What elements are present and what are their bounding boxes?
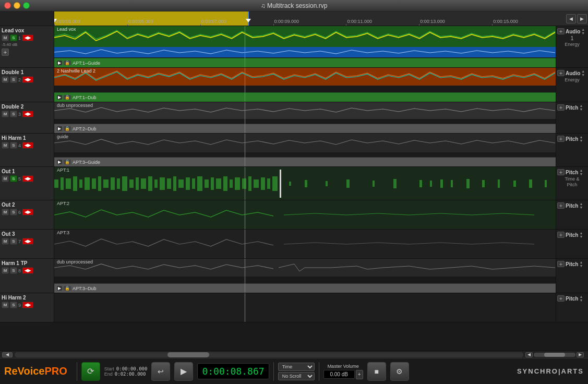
close-button[interactable] [4,2,11,9]
sub-clip-play-2[interactable]: ▶ [57,95,62,100]
solo-button-7[interactable]: S [10,238,17,245]
right-panel-plus-7[interactable]: + [557,232,565,238]
scroll-left-btn[interactable]: ◀ [2,352,13,357]
mute-button-6[interactable]: M [2,209,9,215]
solo-button-2[interactable]: S [10,76,17,83]
right-panel-arrows-1[interactable]: ▲ ▼ [581,28,585,35]
master-vol-up[interactable]: + [356,370,363,379]
scrollbar-track[interactable] [15,352,523,357]
horizontal-scrollbar[interactable]: ◀ ◀ ▶ [0,351,588,358]
scrollbar-thumb[interactable] [167,352,209,357]
scroll-mode-select[interactable]: No Scroll Page Scroll Smooth Scroll [278,372,315,380]
window-controls [4,2,30,9]
right-panel-arrows-4[interactable]: ▲ ▼ [579,135,583,142]
track-wave-harm1tp[interactable]: dub unprocessed ▶ 🔒 APT:3–Dub [54,259,556,293]
svg-rect-33 [261,177,265,190]
volume-button-1[interactable]: ◀▶ [22,34,33,41]
mute-button-2[interactable]: M [2,76,9,83]
track-wave-out1[interactable]: APT:1 [54,167,556,200]
right-panel-arrows-6[interactable]: ▲ ▼ [579,202,583,209]
volume-button-8[interactable]: ◀▶ [22,267,33,274]
track-wave-lead-vox[interactable]: Lead vox [54,26,556,67]
right-panel-plus-3[interactable]: + [557,104,565,111]
sub-clip-play-1[interactable]: ▶ [57,61,62,65]
sub-clip-play-3[interactable]: ▶ [57,126,62,131]
track-wave-hi-harm2[interactable] [54,293,556,322]
solo-button-4[interactable]: S [10,142,17,149]
maximize-button[interactable] [23,2,30,9]
solo-button-5[interactable]: S [10,175,17,182]
right-panel-arrows-9[interactable]: ▲ ▼ [579,295,583,302]
right-panel-1: + Audio ▲ ▼ 1 Energy [556,26,588,67]
right-panel-plus-9[interactable]: + [557,295,565,302]
right-panel-plus-6[interactable]: + [557,202,565,209]
sub-clip-play-4[interactable]: ▶ [57,160,62,164]
volume-button-9[interactable]: ◀▶ [22,302,33,308]
svg-rect-46 [451,180,453,187]
right-panel-arrows-7[interactable]: ▲ ▼ [579,231,583,238]
solo-button-6[interactable]: S [10,209,17,215]
sub-clip-lock-2[interactable]: 🔒 [64,95,71,100]
right-panel-plus-5[interactable]: + [557,169,565,175]
right-panel-top-4: + Pitch ▲ ▼ [557,135,587,142]
branding-text: SYNCHRO|ARTS [517,367,584,375]
right-panel-top-1: + Audio ▲ ▼ [557,28,587,35]
volume-button-3[interactable]: ◀▶ [22,111,33,117]
track-wave-hi-harm1[interactable]: guide ▶ 🔒 APT:3–Guide [54,134,556,166]
mute-button-9[interactable]: M [2,302,9,308]
play-button[interactable]: ▶ [174,362,193,381]
mute-button-1[interactable]: M [2,34,9,41]
time-mode-select[interactable]: Time Bars [278,363,315,371]
stop-button[interactable]: ■ [367,362,386,381]
mute-button-4[interactable]: M [2,142,9,149]
volume-button-2[interactable]: ◀▶ [22,76,33,83]
sub-clip-lock-1[interactable]: 🔒 [64,61,71,65]
right-panel-arrows-3[interactable]: ▲ ▼ [579,104,583,111]
scroll-left-button[interactable]: ◀ [566,14,576,23]
right-panel-plus-1[interactable]: + [557,28,565,34]
volume-button-4[interactable]: ◀▶ [22,142,33,149]
track-expand-1[interactable]: + [2,49,9,56]
track-wave-double1[interactable]: 2 Nashville Lead 2 ▶ 🔒 APT:1–Dub [54,68,556,102]
sub-clip-lock-8[interactable]: 🔒 [64,286,71,291]
volume-button-6[interactable]: ◀▶ [22,209,33,215]
mute-button-7[interactable]: M [2,238,9,245]
solo-button-3[interactable]: S [10,111,17,117]
sub-clip-play-8[interactable]: ▶ [57,286,62,291]
solo-button-8[interactable]: S [10,267,17,274]
zoom-slider-thumb[interactable] [544,353,565,357]
volume-button-7[interactable]: ◀▶ [22,238,33,245]
zoom-in-btn[interactable]: ▶ [577,352,584,357]
minimize-button[interactable] [14,2,20,9]
zoom-out-btn[interactable]: ◀ [525,352,533,357]
right-panel-arrows-8[interactable]: ▲ ▼ [579,260,583,268]
track-wave-double2[interactable]: dub unprocessed ▶ 🔒 APT:2–Dub [54,102,556,133]
right-panel-arrows-2[interactable]: ▲ ▼ [581,69,585,77]
zoom-slider-track[interactable] [534,353,575,357]
svg-rect-36 [280,170,281,198]
solo-button-1[interactable]: S [10,34,17,41]
track-info-out3: Out 3 M S 7 ◀▶ [0,230,54,258]
start-label: Start [104,366,114,371]
track-wave-out3[interactable]: APT:3 [54,230,556,258]
right-panel-arrows-5[interactable]: ▲ ▼ [579,169,583,176]
mute-button-8[interactable]: M [2,267,9,274]
right-panel-plus-2[interactable]: + [557,70,565,76]
track-number-5: 5 [18,176,21,182]
settings-button[interactable]: ⚙ [390,362,409,381]
loop-button[interactable]: ⟳ [81,362,100,381]
scroll-right-button[interactable]: ▶ [577,14,587,23]
mute-button-5[interactable]: M [2,175,9,182]
mute-button-3[interactable]: M [2,111,9,117]
rewind-button[interactable]: ↩ [151,362,170,381]
track-wave-out2[interactable]: APT:2 [54,200,556,229]
right-panel-sub-1: Energy [565,42,580,47]
sub-clip-lock-4[interactable]: 🔒 [64,160,71,164]
svg-rect-45 [440,179,443,188]
solo-button-9[interactable]: S [10,302,17,308]
playhead-end-arrow [246,19,251,22]
volume-button-5[interactable]: ◀▶ [22,175,33,182]
right-panel-plus-4[interactable]: + [557,136,565,142]
right-panel-plus-8[interactable]: + [557,261,565,267]
sub-clip-lock-3[interactable]: 🔒 [64,126,71,131]
